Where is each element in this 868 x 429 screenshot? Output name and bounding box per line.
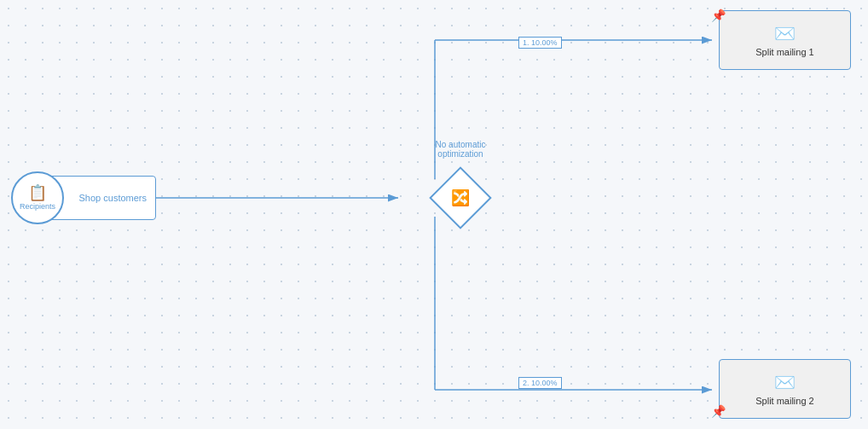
recipients-circle-label: Recipients <box>20 202 55 211</box>
recipients-circle: 📋 Recipients <box>11 171 64 224</box>
pin-mailing2-icon: 📌 <box>711 404 726 418</box>
workflow-canvas: 1. 10.00% 2. 10.00% Shop customers 📋 Rec… <box>0 0 868 429</box>
bottom-percent-label: 2. 10.00% <box>518 377 562 389</box>
shuffle-icon: 🔀 <box>451 188 470 207</box>
mailing1-label: Split mailing 1 <box>755 47 813 57</box>
mailing2-label: Split mailing 2 <box>755 396 813 406</box>
split-node[interactable]: No automatic optimization 🔀 <box>375 164 546 232</box>
mailing2-node[interactable]: ✉️ Split mailing 2 <box>719 359 851 419</box>
pin-mailing1-icon: 📌 <box>711 9 726 22</box>
recipients-doc-icon: 📋 <box>28 185 47 200</box>
split-label: No automatic optimization <box>436 140 486 159</box>
top-percent-label: 1. 10.00% <box>518 37 562 49</box>
recipients-node[interactable]: Shop customers 📋 Recipients <box>11 164 152 232</box>
email2-icon: ✉️ <box>774 372 796 392</box>
mailing1-node[interactable]: ✉️ Split mailing 1 <box>719 10 851 70</box>
email1-icon: ✉️ <box>774 23 796 43</box>
shop-customers-label: Shop customers <box>79 193 147 203</box>
